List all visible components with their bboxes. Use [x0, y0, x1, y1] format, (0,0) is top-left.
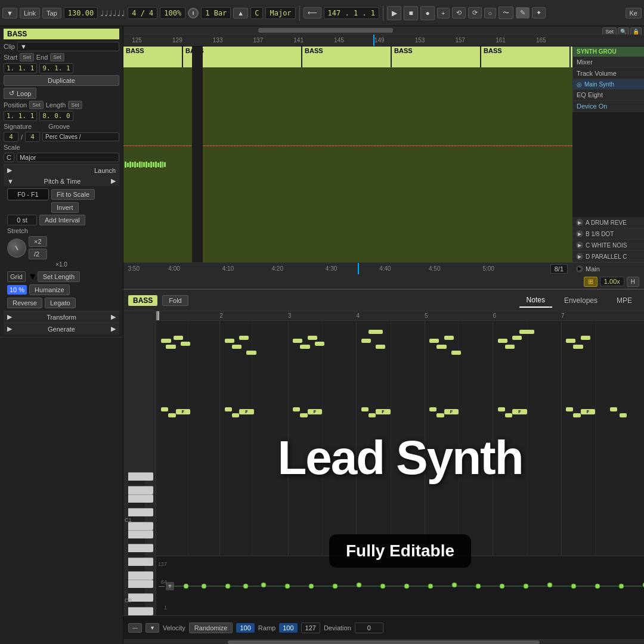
low-note-f4[interactable]: F [376, 409, 391, 414]
envelopes-tab[interactable]: Envelopes [557, 294, 605, 307]
zoom-display[interactable]: 100% [160, 7, 185, 19]
launch-section[interactable]: ▶ Launch [4, 164, 119, 176]
key-f[interactable] [128, 571, 153, 580]
main-play[interactable]: ▶ [576, 265, 583, 273]
low-note-f5[interactable]: F [444, 409, 459, 414]
mpe-tab[interactable]: MPE [609, 294, 639, 307]
loop-btn[interactable]: ↺ Loop [4, 88, 36, 99]
pitch-range-btn[interactable]: F0 - F1 [7, 188, 49, 200]
link-btn[interactable]: Link [20, 8, 40, 18]
note-4b[interactable] [369, 330, 383, 334]
low-note-8a[interactable] [610, 407, 617, 411]
note-3b[interactable] [300, 345, 309, 349]
return-a[interactable]: ▶ A DRUM REVE [572, 217, 644, 228]
key-ds[interactable] [128, 588, 145, 593]
panning-knob[interactable] [188, 8, 199, 18]
x2-btn[interactable]: ×2 [29, 236, 47, 247]
key-e[interactable] [128, 580, 153, 588]
note-2c[interactable] [239, 336, 249, 340]
key-f1s[interactable] [128, 481, 145, 486]
bass-clip-4[interactable]: BASS [392, 47, 481, 67]
return-b-play[interactable]: ▶ [576, 230, 583, 237]
note-3a[interactable] [293, 339, 302, 343]
reverse-btn[interactable]: Reverse [7, 298, 42, 308]
stop-btn[interactable]: ■ [404, 6, 418, 20]
key-e1[interactable] [128, 494, 153, 503]
return-c-play[interactable]: ▶ [576, 242, 583, 249]
tap-btn[interactable]: Tap [42, 8, 61, 18]
note-1d[interactable] [181, 342, 190, 346]
start-set-btn[interactable]: Set [20, 53, 34, 61]
scroll-thumb-h[interactable] [258, 28, 393, 33]
key-as[interactable] [128, 538, 145, 544]
randomize-btn[interactable]: Randomize [189, 623, 233, 633]
groove-select[interactable]: Perc Claves / [42, 132, 119, 141]
low-note-5b[interactable] [436, 413, 444, 417]
key-a[interactable] [128, 544, 153, 552]
low-note-f3[interactable]: F [308, 409, 323, 414]
pos-set-btn[interactable]: Set [29, 101, 44, 109]
sig-num[interactable]: 4 [4, 132, 18, 142]
note-3d[interactable] [315, 342, 324, 346]
note-6a[interactable] [498, 339, 507, 343]
note-1a[interactable] [161, 339, 171, 343]
key-d[interactable] [128, 593, 153, 602]
len-set-btn[interactable]: Set [68, 101, 82, 109]
percent-display[interactable]: 10 % [7, 285, 27, 295]
low-note-3b[interactable] [300, 413, 307, 417]
key-b[interactable] [128, 530, 153, 538]
key-display[interactable]: C [250, 7, 263, 19]
track-volume-item[interactable]: Track Volume [573, 68, 644, 79]
top-scrollbar[interactable]: Set 🔍 🔒 [123, 26, 644, 35]
key-fs[interactable] [128, 566, 145, 571]
note-2b[interactable] [232, 345, 242, 349]
dev-value[interactable]: 0 [355, 623, 383, 633]
low-note-4a[interactable] [361, 407, 369, 411]
note-4a[interactable] [361, 339, 371, 343]
vel-value[interactable]: 100 [236, 623, 254, 633]
time-sig-display[interactable]: 4 / 4 [128, 7, 157, 19]
note-6d[interactable] [519, 330, 534, 334]
note-5d[interactable] [451, 351, 461, 355]
ke-btn[interactable]: Ke [626, 8, 642, 18]
low-note-7b[interactable] [573, 413, 580, 417]
mixer-item[interactable]: Mixer [573, 57, 644, 68]
start-value[interactable]: 1. 1. 1 [4, 63, 37, 73]
note-1c[interactable] [174, 336, 183, 340]
length-value[interactable]: 8. 0. 0 [39, 111, 73, 121]
note-grid[interactable]: 2 3 4 5 6 7 [156, 311, 644, 615]
h-scroll-thumb[interactable] [228, 640, 540, 644]
punch-btn[interactable]: ⟳ [468, 7, 482, 18]
low-note-7a[interactable] [566, 407, 573, 411]
bass-clip-5[interactable]: BASS [481, 47, 571, 67]
stretch-knob[interactable] [7, 239, 26, 258]
play-btn[interactable]: ▶ [387, 6, 401, 20]
low-note-3a[interactable] [293, 407, 300, 411]
return-d-play[interactable]: ▶ [576, 253, 583, 260]
vel-mode-btn[interactable]: — [128, 623, 142, 633]
end-set-btn[interactable]: Set [50, 53, 64, 61]
app-menu-btn[interactable]: ▼ [2, 8, 17, 18]
scale-display[interactable]: Major [265, 7, 295, 19]
note-5c[interactable] [444, 336, 454, 340]
humanize-btn[interactable]: Humanize [29, 284, 70, 295]
low-note-6b[interactable] [505, 413, 512, 417]
sig-den[interactable]: 4 [25, 132, 40, 142]
note-3c[interactable] [308, 336, 317, 340]
arrow-btn[interactable]: ⟵ [304, 7, 321, 18]
add-interval-btn[interactable]: Add Interval [39, 215, 85, 225]
low-note-f1[interactable]: F [176, 409, 191, 414]
duplicate-btn[interactable]: Duplicate [4, 75, 119, 86]
ramp-value[interactable]: 100 [279, 623, 297, 633]
record-btn[interactable]: ● [420, 6, 435, 20]
note-2a[interactable] [225, 339, 234, 343]
low-note-1a[interactable] [161, 407, 168, 411]
pitch-time-header[interactable]: ▼ Pitch & Time ▶ [4, 176, 119, 186]
return-a-play[interactable]: ▶ [576, 219, 583, 226]
low-note-8b[interactable] [620, 413, 627, 417]
low-note-f7[interactable]: F [581, 409, 596, 414]
low-note-4b[interactable] [369, 413, 376, 417]
eq-eight-item[interactable]: EQ Eight [573, 89, 644, 101]
position-value[interactable]: 1. 1. 1 [4, 111, 37, 121]
position-display[interactable]: 147 . 1 . 1 [324, 7, 379, 19]
